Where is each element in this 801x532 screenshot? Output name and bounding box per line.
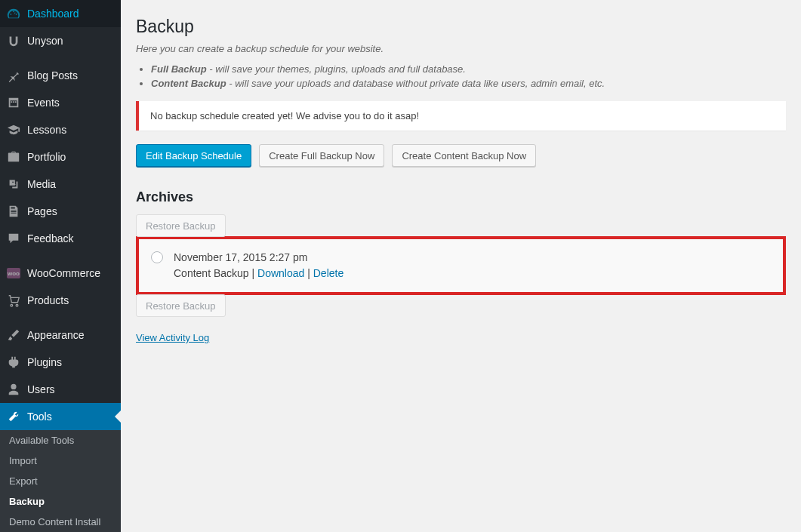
sidebar-label: Lessons xyxy=(27,124,66,136)
cart-icon xyxy=(6,293,21,308)
archives-heading: Archives xyxy=(136,189,786,205)
media-icon xyxy=(6,177,21,192)
graduation-icon xyxy=(6,122,21,137)
main-content: Backup Here you can create a backup sche… xyxy=(121,0,801,532)
sub-import[interactable]: Import xyxy=(0,451,121,471)
sidebar-item-events[interactable]: Events xyxy=(0,89,121,116)
sidebar-label: Products xyxy=(27,294,69,306)
briefcase-icon xyxy=(6,149,21,165)
restore-backup-button-top[interactable]: Restore Backup xyxy=(136,214,226,237)
sidebar-item-portfolio[interactable]: Portfolio xyxy=(0,143,121,171)
backup-types-list: Full Backup - will save your themes, plu… xyxy=(151,63,786,89)
sidebar-item-pages[interactable]: Pages xyxy=(0,198,121,225)
create-full-backup-button[interactable]: Create Full Backup Now xyxy=(259,144,384,167)
sidebar-label: Tools xyxy=(27,411,52,423)
restore-backup-button-bottom[interactable]: Restore Backup xyxy=(136,294,226,317)
page-icon xyxy=(6,204,21,219)
sidebar-label: Events xyxy=(27,97,60,109)
sidebar-label: WooCommerce xyxy=(27,267,100,279)
sidebar-item-tools[interactable]: Tools xyxy=(0,403,121,430)
sidebar-item-unyson[interactable]: Unyson xyxy=(0,27,121,54)
view-activity-log-link[interactable]: View Activity Log xyxy=(136,332,209,343)
archive-type: Content Backup xyxy=(174,267,249,279)
sidebar-item-appearance[interactable]: Appearance xyxy=(0,321,121,349)
archive-details: November 17, 2015 2:27 pm Content Backup… xyxy=(174,250,344,281)
sidebar-label: Appearance xyxy=(27,329,85,341)
calendar-icon xyxy=(6,95,21,110)
sidebar-label: Dashboard xyxy=(27,8,79,20)
sidebar-submenu: Available Tools Import Export Backup Dem… xyxy=(0,430,121,532)
full-backup-label: Full Backup xyxy=(151,63,207,75)
sub-export[interactable]: Export xyxy=(0,471,121,491)
sidebar-label: Blog Posts xyxy=(27,69,78,81)
comment-icon xyxy=(6,231,21,246)
sidebar-item-plugins[interactable]: Plugins xyxy=(0,349,121,376)
sidebar-item-media[interactable]: Media xyxy=(0,171,121,198)
sidebar-item-woocommerce[interactable]: woo WooCommerce xyxy=(0,260,121,287)
sidebar-label: Users xyxy=(27,383,55,395)
list-item: Full Backup - will save your themes, plu… xyxy=(151,63,786,75)
sidebar-label: Plugins xyxy=(27,356,62,368)
wrench-icon xyxy=(6,409,21,424)
page-title: Backup xyxy=(136,17,786,37)
user-icon xyxy=(6,382,21,397)
admin-sidebar: Dashboard Unyson Blog Posts Events Lesso… xyxy=(0,0,121,532)
woo-icon: woo xyxy=(6,266,21,281)
dashboard-icon xyxy=(6,6,21,21)
sidebar-item-feedback[interactable]: Feedback xyxy=(0,225,121,252)
sidebar-label: Media xyxy=(27,178,56,190)
pin-icon xyxy=(6,68,21,83)
content-backup-label: Content Backup xyxy=(151,78,226,89)
edit-schedule-button[interactable]: Edit Backup Schedule xyxy=(136,144,251,167)
sidebar-label: Portfolio xyxy=(27,151,66,163)
warning-notice: No backup schedule created yet! We advis… xyxy=(136,101,786,131)
sidebar-label: Feedback xyxy=(27,232,73,244)
content-backup-text: - will save your uploads and database wi… xyxy=(226,78,605,89)
sidebar-item-users[interactable]: Users xyxy=(0,376,121,403)
archive-date: November 17, 2015 2:27 pm xyxy=(174,250,344,266)
create-content-backup-button[interactable]: Create Content Backup Now xyxy=(392,144,536,167)
sidebar-label: Unyson xyxy=(27,35,63,47)
plug-icon xyxy=(6,355,21,370)
sidebar-item-lessons[interactable]: Lessons xyxy=(0,116,121,143)
sub-demo-install[interactable]: Demo Content Install xyxy=(0,512,121,532)
sidebar-item-posts[interactable]: Blog Posts xyxy=(0,62,121,89)
unyson-icon xyxy=(6,33,21,48)
sub-available-tools[interactable]: Available Tools xyxy=(0,430,121,451)
sub-backup[interactable]: Backup xyxy=(0,491,121,512)
list-item: Content Backup - will save your uploads … xyxy=(151,78,786,89)
action-buttons: Edit Backup Schedule Create Full Backup … xyxy=(136,144,786,167)
archive-radio[interactable] xyxy=(151,251,163,263)
sidebar-label: Pages xyxy=(27,205,57,217)
download-link[interactable]: Download xyxy=(257,267,304,279)
page-description: Here you can create a backup schedule fo… xyxy=(136,43,786,54)
archive-entry-highlighted: November 17, 2015 2:27 pm Content Backup… xyxy=(136,236,786,295)
sidebar-item-dashboard[interactable]: Dashboard xyxy=(0,0,121,27)
sidebar-item-products[interactable]: Products xyxy=(0,287,121,314)
full-backup-text: - will save your themes, plugins, upload… xyxy=(207,63,466,75)
brush-icon xyxy=(6,328,21,343)
delete-link[interactable]: Delete xyxy=(313,267,344,279)
